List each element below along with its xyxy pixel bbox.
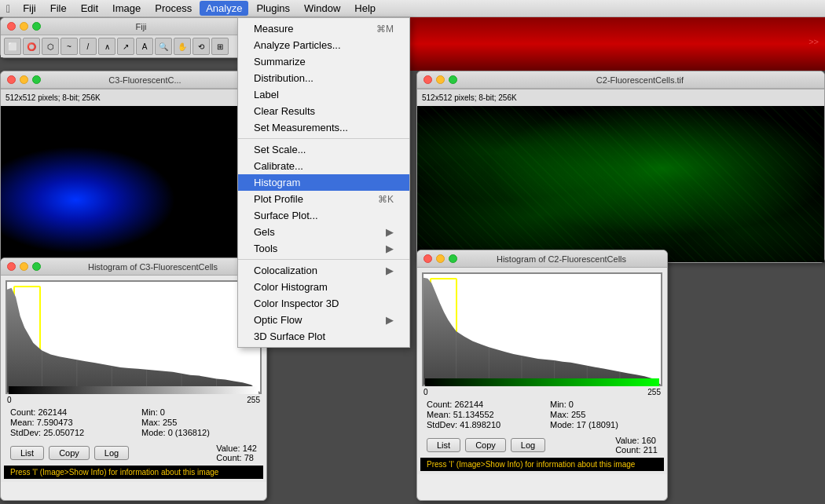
menu-summarize[interactable]: Summarize (238, 53, 409, 70)
c3-info-text: 512x512 pixels; 8-bit; 256K (6, 93, 101, 102)
close-button-c3[interactable] (7, 75, 16, 84)
menu-calibrate[interactable]: Calibrate... (238, 158, 409, 174)
hist-c2-title: Histogram of C2-FluorescentCells (462, 254, 661, 264)
menu-color-inspector-label: Color Inspector 3D (254, 298, 339, 309)
c3-title: C3-FluorescentC... (46, 75, 244, 85)
menu-file[interactable]: File (44, 1, 73, 16)
c3-image-content (1, 106, 251, 262)
minimize-button-c2[interactable] (436, 75, 445, 84)
tool-extra2[interactable]: ⊞ (211, 38, 229, 55)
menu-3d-surface[interactable]: 3D Surface Plot (238, 328, 409, 345)
hist-c3-content: 0 255 Count: 262144 Min: 0 Mean: 7.59047… (1, 276, 266, 482)
hist-c2-axis: 0 255 (420, 388, 664, 396)
menu-color-histogram[interactable]: Color Histogram (238, 279, 409, 295)
hist-c2-log-button[interactable]: Log (511, 438, 545, 452)
hist-c2-titlebar: Histogram of C2-FluorescentCells (417, 250, 667, 268)
separator-2 (238, 259, 409, 260)
image-window-c3: C3-FluorescentC... 512x512 pixels; 8-bit… (0, 71, 251, 263)
menu-calibrate-label: Calibrate... (254, 160, 303, 172)
fiji-title: Fiji (46, 22, 236, 31)
hist-c2-count-display: Count: 211 (615, 445, 658, 455)
c2-image-cells (417, 106, 824, 262)
hist-c3-value-display: Value: 142 Count: 78 (216, 444, 257, 462)
menu-color-histogram-label: Color Histogram (254, 281, 328, 293)
close-hist-c3[interactable] (7, 262, 16, 271)
menu-set-scale[interactable]: Set Scale... (238, 141, 409, 158)
menu-label[interactable]: Label (238, 86, 409, 103)
menu-gels[interactable]: Gels ▶ (238, 224, 409, 240)
minimize-button-c3[interactable] (20, 75, 28, 84)
c2-canvas[interactable] (417, 106, 824, 262)
hist-c2-value-display: Value: 160 Count: 211 (615, 436, 658, 455)
menu-distribution[interactable]: Distribution... (238, 70, 409, 86)
menu-plot-profile[interactable]: Plot Profile ⌘K (238, 191, 409, 207)
tool-magnify[interactable]: 🔍 (155, 38, 172, 55)
tool-oval[interactable]: ⭕ (23, 38, 40, 55)
minimize-hist-c3[interactable] (20, 262, 28, 271)
zoom-button-c3[interactable] (32, 75, 41, 84)
histogram-window-c2: Histogram of C2-FluorescentCells (416, 250, 668, 501)
minimize-button-fiji[interactable] (20, 22, 28, 31)
tool-poly[interactable]: ⬡ (42, 38, 59, 55)
tool-rect[interactable]: ⬜ (4, 38, 21, 55)
menu-tools[interactable]: Tools ▶ (238, 240, 409, 257)
menu-colocalization-label: Colocalization (254, 265, 317, 276)
close-button-fiji[interactable] (7, 22, 16, 31)
hist-c2-svg (424, 274, 661, 385)
hist-c3-max: Max: 255 (141, 418, 257, 427)
menu-tools-arrow: ▶ (386, 243, 394, 254)
tool-hand[interactable]: ✋ (174, 38, 191, 55)
red-bar-text: >> (808, 37, 819, 46)
menu-colocalization[interactable]: Colocalization ▶ (238, 262, 409, 279)
menu-tools-label: Tools (254, 243, 277, 254)
toolbar-row: ⬜ ⭕ ⬡ ~ / ∧ ↗ A 🔍 ✋ ⟲ ⊞ (1, 35, 243, 57)
menu-set-measurements[interactable]: Set Measurements... (238, 119, 409, 136)
hist-c3-copy-button[interactable]: Copy (49, 446, 90, 460)
close-button-c2[interactable] (424, 75, 432, 84)
hist-c2-stats: Count: 262144 Min: 0 Mean: 51.134552 Max… (420, 396, 664, 433)
tool-polyline[interactable]: ∧ (98, 38, 116, 55)
hist-c2-mode: Mode: 17 (18091) (550, 420, 658, 429)
zoom-button-c2[interactable] (449, 75, 457, 84)
c3-canvas[interactable] (1, 106, 251, 262)
hist-c3-title: Histogram of C3-FluorescentCells (46, 262, 260, 272)
menu-optic-flow[interactable]: Optic Flow ▶ (238, 312, 409, 328)
menu-surface-plot[interactable]: Surface Plot... (238, 207, 409, 224)
menu-plugins[interactable]: Plugins (250, 1, 296, 16)
menu-image[interactable]: Image (106, 1, 147, 16)
tool-freehand[interactable]: ~ (60, 38, 78, 55)
separator-1 (238, 138, 409, 139)
tool-extra1[interactable]: ⟲ (192, 38, 210, 55)
hist-c3-list-button[interactable]: List (10, 446, 44, 460)
hist-c2-info-text: Press 'I' (Image>Show Info) for informat… (420, 458, 664, 471)
menu-clear-results[interactable]: Clear Results (238, 103, 409, 119)
fiji-titlebar: Fiji (1, 18, 243, 35)
menu-analyze-particles[interactable]: Analyze Particles... (238, 37, 409, 53)
tool-text[interactable]: A (136, 38, 153, 55)
hist-c3-buttons: List Copy Log Value: 142 Count: 78 (4, 440, 263, 466)
minimize-hist-c2[interactable] (436, 254, 445, 263)
tool-arrow[interactable]: ↗ (117, 38, 134, 55)
zoom-hist-c3[interactable] (32, 262, 41, 271)
zoom-hist-c2[interactable] (449, 254, 457, 263)
hist-c3-log-button[interactable]: Log (94, 446, 129, 460)
hist-c2-buttons: List Copy Log Value: 160 Count: 211 (420, 433, 664, 458)
tool-line[interactable]: / (79, 38, 97, 55)
c2-info-text: 512x512 pixels; 8-bit; 256K (422, 93, 517, 102)
menu-process[interactable]: Process (148, 1, 198, 16)
hist-c2-list-button[interactable]: List (427, 438, 460, 452)
menu-edit[interactable]: Edit (75, 1, 104, 16)
hist-c3-mode: Mode: 0 (136812) (141, 428, 257, 437)
menu-window[interactable]: Window (298, 1, 346, 16)
menu-optic-flow-label: Optic Flow (254, 314, 302, 326)
zoom-button-fiji[interactable] (32, 22, 41, 31)
menu-measure[interactable]: Measure ⌘M (238, 20, 409, 37)
menu-color-inspector[interactable]: Color Inspector 3D (238, 295, 409, 312)
menu-help[interactable]: Help (348, 1, 382, 16)
menu-fiji[interactable]: Fiji (16, 1, 42, 16)
hist-c2-mean: Mean: 51.134552 (427, 410, 534, 419)
close-hist-c2[interactable] (424, 254, 432, 263)
menu-histogram[interactable]: Histogram (238, 174, 409, 191)
menu-analyze[interactable]: Analyze (200, 1, 248, 16)
hist-c2-copy-button[interactable]: Copy (465, 438, 506, 452)
